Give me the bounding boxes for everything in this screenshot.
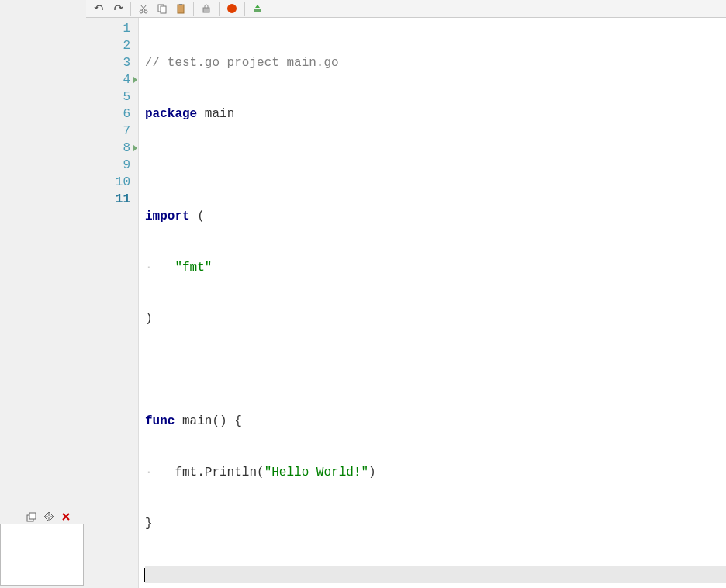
line-number: 5 bbox=[86, 88, 130, 105]
fold-icon[interactable] bbox=[133, 144, 137, 152]
code-line bbox=[145, 361, 726, 379]
build-icon[interactable] bbox=[249, 0, 266, 17]
left-toolbar bbox=[25, 508, 73, 525]
code-line: · "fmt" bbox=[145, 259, 726, 276]
code-line: func main() { bbox=[145, 413, 726, 430]
stop-icon[interactable] bbox=[223, 0, 240, 17]
cursor bbox=[144, 568, 145, 582]
code-line: } bbox=[145, 515, 726, 532]
code-line: import ( bbox=[145, 208, 726, 225]
paste-icon[interactable] bbox=[172, 0, 189, 17]
left-panel bbox=[0, 0, 85, 588]
undo-icon[interactable] bbox=[91, 0, 108, 17]
code-line bbox=[145, 566, 726, 583]
svg-rect-5 bbox=[161, 6, 166, 13]
code-line: ) bbox=[145, 310, 726, 327]
svg-rect-10 bbox=[254, 9, 261, 12]
svg-point-3 bbox=[144, 10, 147, 13]
code-line bbox=[145, 157, 726, 174]
layers-icon[interactable] bbox=[25, 510, 39, 524]
cut-icon[interactable] bbox=[135, 0, 152, 17]
svg-rect-7 bbox=[179, 4, 182, 5]
svg-rect-1 bbox=[29, 513, 36, 519]
code-line: // test.go project main.go bbox=[145, 54, 726, 71]
lock-icon[interactable] bbox=[198, 0, 215, 17]
main-area: 1 2 3 4 5 6 7 8 9 10 11 // test.go proje… bbox=[86, 0, 726, 588]
redo-icon[interactable] bbox=[109, 0, 126, 17]
code-line: · fmt.Println("Hello World!") bbox=[145, 464, 726, 481]
line-number: 9 bbox=[86, 157, 130, 174]
code-line: package main bbox=[145, 105, 726, 123]
svg-point-9 bbox=[227, 4, 237, 13]
arrows-icon[interactable] bbox=[42, 510, 56, 524]
svg-rect-6 bbox=[178, 5, 184, 13]
close-icon[interactable] bbox=[59, 510, 73, 524]
fold-icon[interactable] bbox=[133, 76, 137, 84]
line-number: 7 bbox=[86, 123, 130, 140]
code-content[interactable]: // test.go project main.go package main … bbox=[139, 18, 726, 588]
line-number: 4 bbox=[86, 71, 130, 88]
code-editor[interactable]: 1 2 3 4 5 6 7 8 9 10 11 // test.go proje… bbox=[86, 18, 726, 588]
line-number: 10 bbox=[86, 174, 130, 191]
line-number: 3 bbox=[86, 54, 130, 71]
line-number: 1 bbox=[86, 20, 130, 37]
editor-toolbar bbox=[86, 0, 726, 18]
line-number: 6 bbox=[86, 105, 130, 123]
copy-icon[interactable] bbox=[154, 0, 171, 17]
left-panel-content bbox=[0, 524, 84, 586]
gutter: 1 2 3 4 5 6 7 8 9 10 11 bbox=[86, 18, 139, 588]
line-number: 8 bbox=[86, 140, 130, 157]
svg-rect-8 bbox=[203, 8, 209, 12]
svg-point-2 bbox=[140, 10, 143, 13]
line-number: 11 bbox=[86, 191, 130, 208]
line-number: 2 bbox=[86, 37, 130, 54]
